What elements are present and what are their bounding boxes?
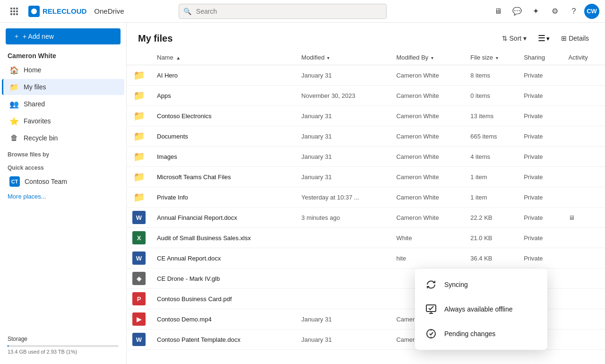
storage-bar-background [8, 345, 119, 347]
file-icon-cell: 📁 [127, 65, 151, 86]
file-modified-by: Cameron White [390, 187, 465, 208]
view-toggle-button[interactable]: ☰ ▾ [535, 30, 553, 46]
file-modified-by: Cameron White [390, 167, 465, 187]
view-chevron-icon: ▾ [546, 35, 550, 42]
table-row[interactable]: 📁 Contoso Electronics January 31 Cameron… [127, 106, 605, 126]
file-size: 0 items [465, 86, 518, 106]
file-activity [563, 187, 605, 208]
storage-section: Storage 13.4 GB used of 2.93 TB (1%) [0, 326, 126, 356]
table-row[interactable]: 📁 Microsoft Teams Chat Files January 31 … [127, 167, 605, 187]
file-activity [563, 106, 605, 126]
file-modified-by: hite [390, 248, 465, 269]
table-row[interactable]: W CE Annual Report.docx hite 36.4 KB Pri… [127, 248, 605, 269]
sidebar-item-my-files[interactable]: 📁 My files [2, 79, 124, 95]
file-size: 4 items [465, 147, 518, 167]
file-activity [563, 289, 605, 309]
sort-icon: ⇅ [502, 35, 508, 42]
file-sharing: Private [518, 65, 562, 86]
file-modified: January 31 [296, 147, 391, 167]
col-sharing-header: Sharing [518, 50, 562, 65]
monitor-button[interactable]: 🖥 [490, 3, 507, 20]
file-activity: 🖥 [563, 208, 605, 228]
file-modified-by: Cameron White [390, 126, 465, 147]
file-name: Audit of Small Business Sales.xlsx [151, 228, 296, 248]
table-row[interactable]: 📁 Images January 31 Cameron White 4 item… [127, 147, 605, 167]
details-label: Details [569, 35, 589, 42]
table-row[interactable]: 📁 Documents January 31 Cameron White 665… [127, 126, 605, 147]
table-row[interactable]: 📁 Apps November 30, 2023 Cameron White 0… [127, 86, 605, 106]
file-name: CE Annual Report.docx [151, 248, 296, 269]
file-size: 665 items [465, 126, 518, 147]
recycle-bin-icon: 🗑 [9, 133, 19, 143]
file-modified: January 31 [296, 106, 391, 126]
file-modified-by: Cameron White [390, 106, 465, 126]
file-modified [296, 269, 391, 289]
file-name: CE Drone - Mark IV.glb [151, 269, 296, 289]
svg-point-0 [31, 9, 37, 14]
sort-chevron-icon: ▾ [523, 35, 527, 42]
table-row[interactable]: 📁 Private Info Yesterday at 10:37 ... Ca… [127, 187, 605, 208]
details-icon: ⊞ [561, 35, 567, 42]
file-size: 22.2 KB [465, 208, 518, 228]
apps-grid-icon [10, 8, 18, 15]
file-icon-cell: 📁 [127, 147, 151, 167]
file-size: 1 item [465, 187, 518, 208]
col-name-header[interactable]: Name ▲ [151, 50, 296, 65]
pending-changes-label: Pending changes [444, 330, 495, 338]
sync-status-popup: Syncing Always available offline [415, 269, 547, 350]
sidebar-item-favorites-label: Favorites [24, 117, 51, 125]
file-icon-cell: 📁 [127, 86, 151, 106]
page-title: My files [138, 33, 173, 44]
file-sharing: Private [518, 86, 562, 106]
file-activity [563, 126, 605, 147]
contoso-team-icon: CT [9, 176, 20, 187]
favorites-button[interactable]: ✦ [527, 3, 544, 20]
chat-button[interactable]: 💬 [509, 3, 526, 20]
file-name: Microsoft Teams Chat Files [151, 167, 296, 187]
sort-button[interactable]: ⇅ Sort ▾ [497, 32, 532, 45]
file-icon-cell: X [127, 228, 151, 248]
col-modified-header[interactable]: Modified ▾ [296, 50, 391, 65]
settings-button[interactable]: ⚙ [546, 3, 563, 20]
logo[interactable]: RELECLOUD [28, 6, 86, 17]
col-activity-header: Activity [563, 50, 605, 65]
pending-changes-icon [424, 327, 438, 340]
avatar[interactable]: CW [584, 4, 599, 19]
sidebar-item-favorites[interactable]: ⭐ Favorites [2, 113, 124, 129]
file-name: Images [151, 147, 296, 167]
table-row[interactable]: W Annual Financial Report.docx 3 minutes… [127, 208, 605, 228]
popup-syncing-item[interactable]: Syncing [415, 272, 547, 297]
header-actions: ⇅ Sort ▾ ☰ ▾ ⊞ Details [497, 30, 594, 46]
file-modified: January 31 [296, 126, 391, 147]
topbar-actions: 🖥 💬 ✦ ⚙ ? CW [490, 3, 599, 20]
sidebar-item-home[interactable]: 🏠 Home [2, 62, 124, 78]
col-file-size-header[interactable]: File size ▾ [465, 50, 518, 65]
file-modified-by: White [390, 228, 465, 248]
sidebar-item-my-files-label: My files [24, 83, 46, 91]
file-name: Apps [151, 86, 296, 106]
file-activity [563, 248, 605, 269]
file-activity [563, 269, 605, 289]
sidebar-item-shared[interactable]: 👥 Shared [2, 96, 124, 112]
more-places-link[interactable]: More places... [0, 190, 126, 203]
table-row[interactable]: 📁 AI Hero January 31 Cameron White 8 ite… [127, 65, 605, 86]
table-row[interactable]: X Audit of Small Business Sales.xlsx Whi… [127, 228, 605, 248]
apps-grid-button[interactable] [6, 3, 23, 20]
file-sharing: Private [518, 126, 562, 147]
search-input[interactable] [179, 4, 387, 19]
file-activity [563, 147, 605, 167]
quick-access-label: Quick access [0, 160, 126, 173]
contoso-team-label: Contoso Team [25, 178, 67, 185]
help-button[interactable]: ? [565, 3, 582, 20]
file-icon-cell: W [127, 248, 151, 269]
popup-pending-changes-item[interactable]: Pending changes [415, 321, 547, 346]
file-size: 36.4 KB [465, 248, 518, 269]
sidebar-item-recycle-bin[interactable]: 🗑 Recycle bin [2, 130, 124, 146]
popup-always-available-item[interactable]: Always available offline [415, 297, 547, 321]
browse-files-by-label: Browse files by [0, 147, 126, 160]
details-button[interactable]: ⊞ Details [556, 32, 594, 45]
file-sharing: Private [518, 106, 562, 126]
col-modified-by-header[interactable]: Modified By ▾ [390, 50, 465, 65]
quick-access-contoso-team[interactable]: CT Contoso Team [2, 173, 124, 190]
add-new-button[interactable]: ＋ + Add new [6, 28, 121, 44]
